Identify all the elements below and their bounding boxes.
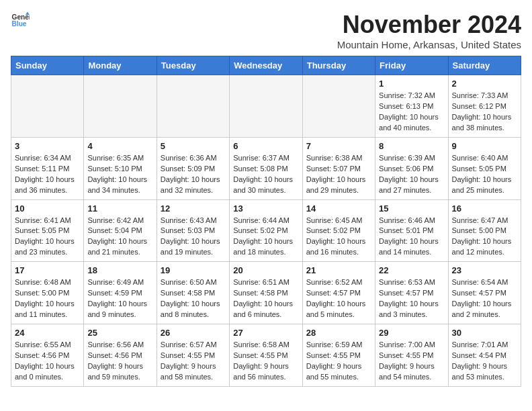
day-info: Sunrise: 6:54 AM Sunset: 4:57 PM Dayligh… <box>452 277 517 320</box>
day-info: Sunrise: 6:49 AM Sunset: 4:59 PM Dayligh… <box>87 277 152 320</box>
day-number: 11 <box>87 203 152 214</box>
day-number: 24 <box>15 328 80 338</box>
calendar-cell: 10Sunrise: 6:41 AM Sunset: 5:05 PM Dayli… <box>11 199 84 262</box>
day-info: Sunrise: 6:53 AM Sunset: 4:57 PM Dayligh… <box>379 277 444 320</box>
calendar-cell: 14Sunrise: 6:45 AM Sunset: 5:02 PM Dayli… <box>302 199 375 262</box>
day-number: 10 <box>15 203 80 214</box>
weekday-header-saturday: Saturday <box>448 56 521 75</box>
calendar-cell <box>11 75 84 138</box>
weekday-header-tuesday: Tuesday <box>157 56 229 75</box>
calendar-cell <box>302 75 375 138</box>
day-info: Sunrise: 6:38 AM Sunset: 5:07 PM Dayligh… <box>306 153 371 196</box>
day-info: Sunrise: 6:40 AM Sunset: 5:05 PM Dayligh… <box>452 153 517 196</box>
day-info: Sunrise: 6:46 AM Sunset: 5:01 PM Dayligh… <box>379 216 444 259</box>
day-info: Sunrise: 6:34 AM Sunset: 5:11 PM Dayligh… <box>15 153 80 196</box>
day-number: 7 <box>306 141 371 151</box>
calendar-cell: 20Sunrise: 6:51 AM Sunset: 4:58 PM Dayli… <box>230 262 302 324</box>
day-number: 12 <box>161 203 226 214</box>
day-info: Sunrise: 6:52 AM Sunset: 4:57 PM Dayligh… <box>306 277 371 320</box>
calendar-cell: 9Sunrise: 6:40 AM Sunset: 5:05 PM Daylig… <box>448 137 521 199</box>
day-info: Sunrise: 6:39 AM Sunset: 5:06 PM Dayligh… <box>379 153 444 196</box>
calendar-cell: 21Sunrise: 6:52 AM Sunset: 4:57 PM Dayli… <box>302 262 375 324</box>
day-info: Sunrise: 6:55 AM Sunset: 4:56 PM Dayligh… <box>15 340 80 383</box>
day-number: 23 <box>452 265 517 275</box>
week-row-2: 3Sunrise: 6:34 AM Sunset: 5:11 PM Daylig… <box>11 137 521 199</box>
day-number: 5 <box>161 141 226 151</box>
calendar-cell: 2Sunrise: 7:33 AM Sunset: 6:12 PM Daylig… <box>448 75 521 138</box>
calendar-cell <box>157 75 229 138</box>
svg-text:Blue: Blue <box>12 20 27 28</box>
day-info: Sunrise: 6:59 AM Sunset: 4:55 PM Dayligh… <box>306 340 371 383</box>
week-row-1: 1Sunrise: 7:32 AM Sunset: 6:13 PM Daylig… <box>11 75 521 138</box>
day-number: 8 <box>379 141 444 151</box>
day-number: 18 <box>87 265 152 275</box>
calendar-cell: 27Sunrise: 6:58 AM Sunset: 4:55 PM Dayli… <box>230 324 302 387</box>
location-subtitle: Mountain Home, Arkansas, United States <box>337 39 521 50</box>
day-number: 26 <box>161 328 226 338</box>
day-info: Sunrise: 6:50 AM Sunset: 4:58 PM Dayligh… <box>161 277 226 320</box>
calendar-cell: 5Sunrise: 6:36 AM Sunset: 5:09 PM Daylig… <box>157 137 229 199</box>
calendar-cell: 15Sunrise: 6:46 AM Sunset: 5:01 PM Dayli… <box>375 199 448 262</box>
day-info: Sunrise: 7:01 AM Sunset: 4:54 PM Dayligh… <box>452 340 517 383</box>
calendar-cell: 22Sunrise: 6:53 AM Sunset: 4:57 PM Dayli… <box>375 262 448 324</box>
day-number: 3 <box>15 141 80 151</box>
day-number: 29 <box>379 328 444 338</box>
calendar-cell: 6Sunrise: 6:37 AM Sunset: 5:08 PM Daylig… <box>230 137 302 199</box>
page-header: General Blue November 2024 Mountain Home… <box>11 11 521 50</box>
day-info: Sunrise: 6:44 AM Sunset: 5:02 PM Dayligh… <box>233 216 298 259</box>
day-number: 21 <box>306 265 371 275</box>
weekday-header-wednesday: Wednesday <box>230 56 302 75</box>
day-number: 28 <box>306 328 371 338</box>
day-info: Sunrise: 6:51 AM Sunset: 4:58 PM Dayligh… <box>233 277 298 320</box>
calendar-cell: 4Sunrise: 6:35 AM Sunset: 5:10 PM Daylig… <box>84 137 157 199</box>
day-number: 15 <box>379 203 444 214</box>
calendar-cell: 16Sunrise: 6:47 AM Sunset: 5:00 PM Dayli… <box>448 199 521 262</box>
day-number: 1 <box>379 79 444 89</box>
calendar-cell: 23Sunrise: 6:54 AM Sunset: 4:57 PM Dayli… <box>448 262 521 324</box>
calendar-cell: 24Sunrise: 6:55 AM Sunset: 4:56 PM Dayli… <box>11 324 84 387</box>
calendar-cell: 25Sunrise: 6:56 AM Sunset: 4:56 PM Dayli… <box>84 324 157 387</box>
day-number: 22 <box>379 265 444 275</box>
calendar-cell: 8Sunrise: 6:39 AM Sunset: 5:06 PM Daylig… <box>375 137 448 199</box>
day-number: 13 <box>233 203 298 214</box>
day-number: 16 <box>452 203 517 214</box>
day-info: Sunrise: 7:00 AM Sunset: 4:55 PM Dayligh… <box>379 340 444 383</box>
title-section: November 2024 Mountain Home, Arkansas, U… <box>337 11 521 50</box>
weekday-header-row: SundayMondayTuesdayWednesdayThursdayFrid… <box>11 56 521 75</box>
calendar-cell: 17Sunrise: 6:48 AM Sunset: 5:00 PM Dayli… <box>11 262 84 324</box>
day-info: Sunrise: 6:43 AM Sunset: 5:03 PM Dayligh… <box>161 216 226 259</box>
weekday-header-monday: Monday <box>84 56 157 75</box>
day-info: Sunrise: 6:48 AM Sunset: 5:00 PM Dayligh… <box>15 277 80 320</box>
calendar-cell: 19Sunrise: 6:50 AM Sunset: 4:58 PM Dayli… <box>157 262 229 324</box>
day-info: Sunrise: 7:33 AM Sunset: 6:12 PM Dayligh… <box>452 91 517 134</box>
day-info: Sunrise: 6:35 AM Sunset: 5:10 PM Dayligh… <box>87 153 152 196</box>
day-number: 2 <box>452 79 517 89</box>
day-info: Sunrise: 6:41 AM Sunset: 5:05 PM Dayligh… <box>15 216 80 259</box>
logo-icon: General Blue <box>11 11 30 30</box>
weekday-header-thursday: Thursday <box>302 56 375 75</box>
day-info: Sunrise: 6:45 AM Sunset: 5:02 PM Dayligh… <box>306 216 371 259</box>
calendar-cell: 29Sunrise: 7:00 AM Sunset: 4:55 PM Dayli… <box>375 324 448 387</box>
calendar-cell: 7Sunrise: 6:38 AM Sunset: 5:07 PM Daylig… <box>302 137 375 199</box>
calendar-cell: 11Sunrise: 6:42 AM Sunset: 5:04 PM Dayli… <box>84 199 157 262</box>
calendar-cell: 28Sunrise: 6:59 AM Sunset: 4:55 PM Dayli… <box>302 324 375 387</box>
weekday-header-friday: Friday <box>375 56 448 75</box>
calendar-cell <box>84 75 157 138</box>
calendar-cell: 13Sunrise: 6:44 AM Sunset: 5:02 PM Dayli… <box>230 199 302 262</box>
calendar-cell: 1Sunrise: 7:32 AM Sunset: 6:13 PM Daylig… <box>375 75 448 138</box>
week-row-4: 17Sunrise: 6:48 AM Sunset: 5:00 PM Dayli… <box>11 262 521 324</box>
day-info: Sunrise: 6:47 AM Sunset: 5:00 PM Dayligh… <box>452 216 517 259</box>
calendar-cell: 26Sunrise: 6:57 AM Sunset: 4:55 PM Dayli… <box>157 324 229 387</box>
day-info: Sunrise: 6:57 AM Sunset: 4:55 PM Dayligh… <box>161 340 226 383</box>
day-number: 6 <box>233 141 298 151</box>
calendar-cell <box>230 75 302 138</box>
month-title: November 2024 <box>337 11 521 39</box>
day-number: 27 <box>233 328 298 338</box>
calendar-cell: 12Sunrise: 6:43 AM Sunset: 5:03 PM Dayli… <box>157 199 229 262</box>
week-row-3: 10Sunrise: 6:41 AM Sunset: 5:05 PM Dayli… <box>11 199 521 262</box>
day-info: Sunrise: 6:37 AM Sunset: 5:08 PM Dayligh… <box>233 153 298 196</box>
day-info: Sunrise: 6:36 AM Sunset: 5:09 PM Dayligh… <box>161 153 226 196</box>
day-number: 4 <box>87 141 152 151</box>
logo: General Blue <box>11 11 30 30</box>
calendar-cell: 3Sunrise: 6:34 AM Sunset: 5:11 PM Daylig… <box>11 137 84 199</box>
